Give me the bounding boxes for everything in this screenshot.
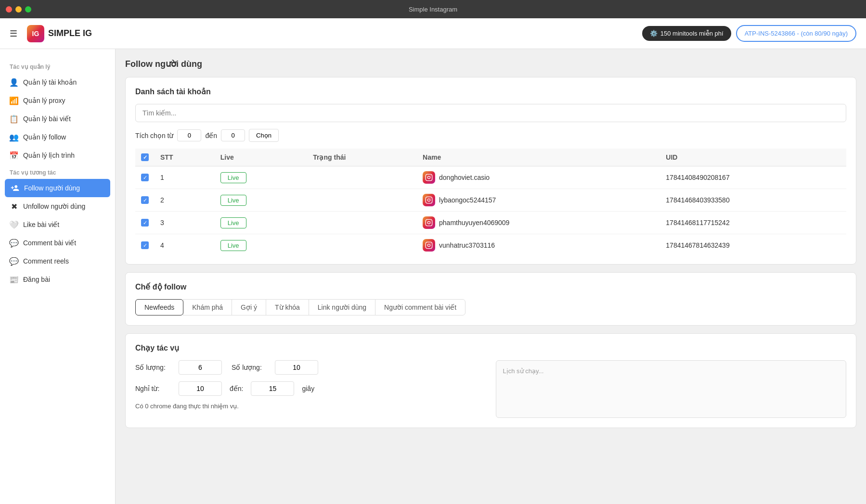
td-trang-thai	[307, 189, 417, 212]
logo-area: IG SIMPLE IG	[27, 25, 642, 42]
window-controls	[6, 6, 31, 13]
account-name: donghoviet.casio	[439, 174, 490, 181]
sidebar-item-label: Like bài viết	[23, 221, 59, 228]
svg-point-10	[427, 244, 430, 246]
td-trang-thai	[307, 234, 417, 255]
td-live: Live	[215, 234, 308, 255]
svg-rect-0	[426, 174, 432, 180]
sidebar-toggle-button[interactable]: ☰	[10, 28, 17, 39]
td-name: lybaongoc5244157	[417, 189, 660, 212]
td-uid: 17841468117715242	[660, 212, 846, 234]
row-checkbox[interactable]: ✓	[141, 174, 149, 181]
th-name: Name	[417, 149, 660, 166]
td-stt: 1	[155, 166, 215, 189]
th-checkbox: ✓	[135, 149, 155, 166]
tich-chon-label: Tích chọn từ	[135, 132, 173, 139]
sidebar-item-dang-bai[interactable]: 📰 Đăng bài	[0, 270, 115, 289]
sidebar-item-label: Quản lý follow	[23, 133, 66, 141]
select-all-checkbox[interactable]: ✓	[141, 153, 149, 161]
sidebar-item-label: Đăng bài	[23, 276, 50, 283]
den-input[interactable]	[251, 381, 294, 396]
post-icon: 📰	[10, 275, 18, 284]
sidebar-item-unfollow-nguoi-dung[interactable]: ✖ Unfollow người dùng	[0, 197, 115, 215]
td-name: vunhatruc3703116	[417, 234, 660, 255]
tich-chon-to-input[interactable]	[221, 129, 245, 141]
td-name: donghoviet.casio	[417, 166, 660, 189]
svg-point-4	[427, 199, 430, 201]
nghi-tu-row: Nghỉ từ: đến: giây	[135, 381, 486, 396]
accounts-table: ✓ STT Live Trạng thái Name UID ✓	[135, 149, 846, 254]
follow-mode-card: Chế độ follow NewfeedsKhám pháGợi ýTừ kh…	[125, 272, 856, 326]
sidebar-item-label: Quản lý lịch trình	[23, 151, 75, 159]
so-luong-input-1[interactable]	[179, 360, 222, 375]
mode-tab-goi-y[interactable]: Gợi ý	[232, 299, 266, 315]
run-task-grid: Số lượng: Số lượng: Nghỉ từ: đến: giây	[135, 360, 846, 418]
minitools-button[interactable]: ⚙️ 150 minitools miễn phí	[642, 26, 731, 41]
row-checkbox[interactable]: ✓	[141, 219, 149, 227]
ig-icon	[423, 216, 435, 229]
tich-chon-row: Tích chọn từ đến Chọn	[135, 129, 846, 142]
sidebar-item-comment-bai-viet[interactable]: 💬 Comment bài viết	[0, 234, 115, 252]
mode-tab-tu-khoa[interactable]: Từ khóa	[266, 299, 309, 315]
nghi-tu-label: Nghỉ từ:	[135, 385, 174, 392]
row-checkbox[interactable]: ✓	[141, 196, 149, 204]
sidebar-item-quan-ly-lich-trinh[interactable]: 📅 Quản lý lịch trình	[0, 146, 115, 164]
tich-chon-from-input[interactable]	[177, 129, 201, 141]
ig-icon	[423, 194, 435, 206]
table-row: ✓ 3 Live phamthuyuyen4069009 17841468117…	[135, 212, 846, 234]
sidebar-item-quan-ly-bai-viet[interactable]: 📋 Quản lý bài viết	[0, 110, 115, 128]
reels-icon: 💬	[10, 257, 18, 265]
sidebar-item-quan-ly-tai-khoan[interactable]: 👤 Quản lý tài khoản	[0, 73, 115, 91]
svg-point-5	[430, 198, 431, 199]
td-uid: 17841468403933580	[660, 189, 846, 212]
mode-tabs: NewfeedsKhám pháGợi ýTừ khóaLink người d…	[135, 299, 846, 315]
td-trang-thai	[307, 212, 417, 234]
posts-icon: 📋	[10, 114, 18, 123]
td-checkbox[interactable]: ✓	[135, 166, 155, 189]
user-icon: 👤	[10, 78, 18, 87]
mode-tab-link-nguoi-dung[interactable]: Link người dùng	[309, 299, 375, 315]
td-stt: 4	[155, 234, 215, 255]
so-luong-input-2[interactable]	[275, 360, 318, 375]
table-row: ✓ 4 Live vunhatruc3703116 17841467814632…	[135, 234, 846, 255]
sidebar-item-comment-reels[interactable]: 💬 Comment reels	[0, 252, 115, 270]
window-title: Simple Instagram	[409, 6, 457, 13]
accounts-card-title: Danh sách tài khoản	[135, 87, 846, 96]
mode-tab-kham-pha[interactable]: Khám phá	[183, 299, 232, 315]
chon-button[interactable]: Chọn	[249, 129, 279, 142]
row-checkbox[interactable]: ✓	[141, 241, 149, 249]
mode-tab-nguoi-comment[interactable]: Người comment bài viết	[375, 299, 465, 315]
follow-icon	[11, 184, 19, 192]
sidebar-item-quan-ly-follow[interactable]: 👥 Quản lý follow	[0, 128, 115, 146]
close-button[interactable]	[6, 6, 12, 13]
th-stt: STT	[155, 149, 215, 166]
minimize-button[interactable]	[15, 6, 22, 13]
th-live: Live	[215, 149, 308, 166]
svg-point-8	[430, 221, 431, 221]
td-checkbox[interactable]: ✓	[135, 212, 155, 234]
td-checkbox[interactable]: ✓	[135, 189, 155, 212]
accounts-table-scroll: ✓ STT Live Trạng thái Name UID ✓	[135, 149, 846, 254]
plan-button[interactable]: ATP-INS-5243866 - (còn 80/90 ngày)	[736, 25, 856, 42]
maximize-button[interactable]	[25, 6, 31, 13]
nghi-tu-input[interactable]	[179, 381, 222, 396]
svg-point-11	[430, 243, 431, 244]
td-live: Live	[215, 212, 308, 234]
history-placeholder: Lịch sử chạy...	[503, 367, 544, 375]
sidebar-item-quan-ly-proxy[interactable]: 📶 Quản lý proxy	[0, 91, 115, 110]
sidebar-item-label: Comment reels	[23, 257, 69, 265]
like-icon: 🤍	[10, 220, 18, 229]
mode-tab-newfeeds[interactable]: Newfeeds	[135, 299, 183, 315]
sidebar-item-label: Quản lý tài khoản	[23, 78, 77, 86]
sidebar-item-like-bai-viet[interactable]: 🤍 Like bài viết	[0, 215, 115, 234]
td-checkbox[interactable]: ✓	[135, 234, 155, 255]
sidebar-item-label: Unfollow người dùng	[23, 202, 85, 210]
td-stt: 2	[155, 189, 215, 212]
so-luong-label-2: Số lượng:	[232, 364, 270, 371]
run-task-title: Chạy tác vụ	[135, 343, 846, 353]
den-label: đến	[205, 132, 217, 139]
run-form: Số lượng: Số lượng: Nghỉ từ: đến: giây	[135, 360, 486, 418]
search-input[interactable]	[135, 104, 846, 122]
sidebar-item-follow-nguoi-dung[interactable]: Follow người dùng	[5, 179, 110, 197]
app-body: Tác vụ quản lý 👤 Quản lý tài khoản 📶 Quả…	[0, 49, 866, 504]
